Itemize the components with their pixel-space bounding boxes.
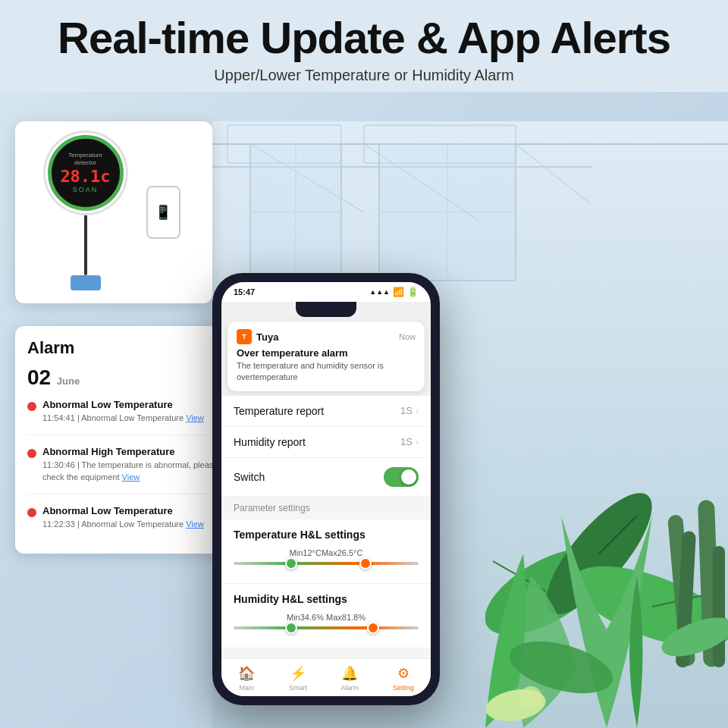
alarm-item-1: Abnormal Low Temperature 11:54:41 | Abno…: [27, 399, 219, 435]
subtitle: Upper/Lower Temperature or Humidity Alar…: [15, 67, 713, 84]
phone-notch: [296, 302, 356, 317]
temp-slider-left-thumb[interactable]: [285, 557, 297, 570]
notification-card[interactable]: T Tuya Now Over temperature alarm The te…: [228, 322, 425, 391]
switch-label: Switch: [234, 471, 265, 483]
alarm-title: Alarm: [27, 338, 74, 358]
humidity-slider[interactable]: [234, 626, 419, 639]
sensor-device: Temperature detector 28.1c SOAN: [48, 135, 124, 290]
battery-icon: 🔋: [407, 287, 419, 297]
nav-setting-label: Setting: [393, 684, 414, 692]
alarm-item-title-2: Abnormal High Temperature: [42, 446, 219, 457]
wifi-icon: 📶: [393, 287, 404, 297]
home-icon: 🏠: [238, 665, 255, 682]
phone-mini-icon: 📱: [146, 186, 180, 239]
alarm-date: 02 June: [27, 366, 219, 390]
alarm-item-title-1: Abnormal Low Temperature: [42, 399, 219, 410]
nav-item-smart[interactable]: ⚡ Smart: [289, 665, 307, 692]
phone-screen: 15:47 ▲▲▲ 📶 🔋 T Tuya Now Over temperatur…: [221, 282, 431, 696]
alarm-view-link-2[interactable]: View: [122, 472, 140, 482]
nav-smart-label: Smart: [289, 684, 307, 692]
humidity-slider-left-thumb[interactable]: [285, 622, 297, 634]
humidity-slider-right-thumb[interactable]: [367, 622, 379, 634]
chevron-humidity-icon: ›: [416, 437, 419, 447]
header-section: Real-time Update & App Alerts Upper/Lowe…: [0, 0, 728, 92]
status-right: ▲▲▲ 📶 🔋: [369, 287, 419, 297]
humidity-hl-section: Humidity H&L settings Min34.6% Max81.8%: [221, 584, 431, 648]
humidity-slider-track: [234, 626, 419, 629]
alarm-header: Alarm ≡: [27, 338, 219, 358]
temperature-report-row[interactable]: Temperature report 1S ›: [221, 396, 431, 427]
sensor-probe: [84, 215, 87, 275]
brand-name: Tuya: [256, 331, 278, 343]
temperature-report-label: Temperature report: [234, 405, 324, 417]
toggle-switch[interactable]: [384, 467, 419, 487]
alarm-dot-2: [27, 449, 36, 458]
device-panel: Temperature detector 28.1c SOAN 📱: [15, 121, 212, 303]
notif-brand: T Tuya: [237, 329, 278, 344]
humidity-report-label: Humidity report: [234, 436, 306, 448]
smart-icon: ⚡: [290, 665, 306, 682]
temp-hl-section: Temperature H&L settings Min12°CMax26.5°…: [221, 519, 431, 584]
notif-time: Now: [399, 332, 416, 341]
chevron-temp-icon: ›: [416, 406, 419, 416]
svg-rect-23: [713, 546, 725, 667]
tuya-logo: T: [237, 329, 252, 344]
phone-mockup: 15:47 ▲▲▲ 📶 🔋 T Tuya Now Over temperatur…: [212, 273, 440, 705]
signal-icon: ▲▲▲: [369, 288, 390, 296]
toggle-knob: [401, 469, 416, 485]
alarm-date-month: June: [57, 375, 80, 387]
sensor-brand: SOAN: [73, 186, 99, 193]
alarm-dot-3: [27, 508, 36, 517]
probe-tip: [71, 275, 101, 290]
alarm-panel: Alarm ≡ 02 June Abnormal Low Temperature…: [15, 326, 231, 554]
alarm-content-3: Abnormal Low Temperature 11:22:33 | Abno…: [42, 505, 219, 530]
nav-item-alarm[interactable]: 🔔 Alarm: [341, 665, 359, 692]
temp-slider[interactable]: [234, 562, 419, 574]
sensor-label: Temperature detector: [68, 152, 102, 166]
temp-hl-labels: Min12°CMax26.5°C: [234, 548, 419, 557]
notif-header: T Tuya Now: [237, 329, 416, 344]
switch-row[interactable]: Switch: [221, 458, 431, 497]
sensor-temperature: 28.1c: [60, 167, 110, 186]
notif-body: The temperature and humidity sensor is o…: [237, 360, 416, 384]
alarm-dot-1: [27, 402, 36, 411]
alarm-nav-icon: 🔔: [341, 665, 358, 682]
app-settings: Temperature report 1S › Humidity report …: [221, 396, 431, 658]
alarm-date-day: 02: [27, 366, 51, 389]
alarm-item-desc-1: 11:54:41 | Abnormal Low Temperature View: [42, 413, 219, 424]
humidity-report-value: 1S ›: [400, 436, 419, 447]
humidity-hl-title: Humidity H&L settings: [234, 593, 419, 605]
svg-line-4: [516, 144, 592, 205]
alarm-content-2: Abnormal High Temperature 11:30:46 | The…: [42, 446, 219, 483]
temp-slider-track: [234, 562, 419, 565]
nav-alarm-label: Alarm: [341, 684, 359, 692]
alarm-view-link-1[interactable]: View: [186, 413, 204, 422]
alarm-item-desc-2: 11:30:46 | The temperature is abnormal, …: [42, 460, 219, 483]
svg-point-27: [519, 686, 542, 709]
temp-slider-right-thumb[interactable]: [359, 557, 372, 570]
device-visual: Temperature detector 28.1c SOAN 📱: [33, 121, 196, 303]
main-title: Real-time Update & App Alerts: [15, 14, 713, 62]
parameter-settings-divider: Parameter settings: [221, 497, 431, 519]
humidity-report-row[interactable]: Humidity report 1S ›: [221, 427, 431, 458]
nav-item-main[interactable]: 🏠 Main: [238, 665, 255, 692]
phone-bottom-nav: 🏠 Main ⚡ Smart 🔔 Alarm ⚙ Setting: [221, 658, 431, 696]
temperature-report-value: 1S ›: [400, 405, 419, 416]
alarm-view-link-3[interactable]: View: [186, 519, 204, 529]
notif-title: Over temperature alarm: [237, 347, 416, 359]
alarm-item-2: Abnormal High Temperature 11:30:46 | The…: [27, 446, 219, 494]
setting-icon: ⚙: [397, 665, 410, 682]
humidity-hl-labels: Min34.6% Max81.8%: [234, 613, 419, 622]
alarm-content-1: Abnormal Low Temperature 11:54:41 | Abno…: [42, 399, 219, 424]
temp-hl-title: Temperature H&L settings: [234, 529, 419, 541]
alarm-item-desc-3: 11:22:33 | Abnormal Low Temperature View: [42, 519, 219, 530]
nav-item-setting[interactable]: ⚙ Setting: [393, 665, 414, 692]
plants-decoration: [485, 364, 728, 728]
status-time: 15:47: [234, 287, 255, 297]
alarm-item-3: Abnormal Low Temperature 11:22:33 | Abno…: [27, 505, 219, 541]
nav-main-label: Main: [240, 684, 255, 692]
sensor-circle: Temperature detector 28.1c SOAN: [48, 135, 124, 211]
phone-status-bar: 15:47 ▲▲▲ 📶 🔋: [221, 282, 431, 302]
alarm-item-title-3: Abnormal Low Temperature: [42, 505, 219, 516]
